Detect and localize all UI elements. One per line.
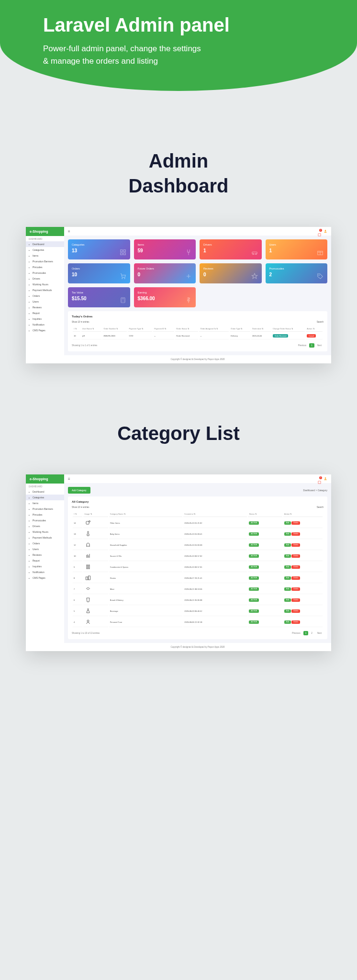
delete-button[interactable]: Delete [291,620,300,624]
nav-icon: • [29,329,31,332]
sidebar-item-working-hours[interactable]: •Working Hours [26,529,64,535]
table-header[interactable]: Order date ⇅ [251,326,271,332]
sidebar-item-notification[interactable]: •Notification [26,569,64,575]
page-1[interactable]: 1 [309,343,314,348]
sidebar-item-reviews[interactable]: •Reviews [26,304,64,310]
sidebar-item-working-hours[interactable]: •Working Hours [26,282,64,287]
stat-card-items[interactable]: Items59 [134,239,196,259]
table-header[interactable]: Status ⇅ [248,511,282,517]
delete-button[interactable]: Delete [291,587,300,591]
stat-card-drivers[interactable]: Drivers1 [200,239,262,259]
sidebar-item-promocodes[interactable]: •Promocodes [26,518,64,523]
delete-button[interactable]: Delete [291,521,300,525]
table-header[interactable]: Payment Type ⇅ [128,326,152,332]
delete-button[interactable]: Delete [291,565,300,569]
sidebar-item-report[interactable]: •Report [26,310,64,316]
page-1[interactable]: 1 [303,631,309,635]
edit-button[interactable]: Edit [284,532,291,536]
table-header[interactable]: # ⇅ [73,511,82,517]
delete-button[interactable]: Delete [291,576,300,580]
table-header[interactable]: Order Assigned To ⇅ [199,326,229,332]
table-header[interactable]: Change Order Status ⇅ [272,326,305,332]
stat-card-future-orders[interactable]: Future Orders0 [134,263,196,283]
table-header[interactable]: Order Status ⇅ [175,326,198,332]
edit-button[interactable]: Edit [284,620,291,624]
stat-card-reviews[interactable]: Reviews0 [200,263,262,283]
sidebar-item-dashboard[interactable]: •Dashboard [26,241,64,247]
user-icon[interactable] [324,477,327,481]
svg-point-11 [319,275,319,275]
sidebar-item-users[interactable]: •Users [26,546,64,552]
edit-button[interactable]: Edit [284,587,291,591]
sidebar-item-promotion-banners[interactable]: •Promotion Banners [26,259,64,264]
prev-button[interactable]: Previous [296,343,309,348]
sidebar-item-orders[interactable]: •Orders [26,541,64,546]
table-header[interactable]: Action ⇅ [306,326,323,332]
sidebar-item-promocodes[interactable]: •Promocodes [26,270,64,276]
footer: Copyright © designed & Developed by Papo… [64,643,331,651]
table-header[interactable]: User Name ⇅ [81,326,102,332]
hamburger-icon[interactable]: ≡ [68,229,70,234]
sidebar-item-categories[interactable]: •Categories [26,247,64,253]
edit-button[interactable]: Edit [284,521,291,525]
stat-card-promocodes[interactable]: Promocodes2 [266,263,328,283]
sidebar-item-inquiries[interactable]: •Inquiries [26,563,64,569]
sidebar-item-users[interactable]: •Users [26,299,64,304]
user-icon[interactable] [324,229,327,233]
status-badge[interactable]: Order Received [273,334,289,338]
delete-button[interactable]: Delete [291,532,300,536]
table-header[interactable]: Action ⇅ [283,511,323,517]
edit-button[interactable]: Edit [284,576,291,580]
sidebar-item-orders[interactable]: •Orders [26,293,64,299]
prev-button[interactable]: Previous [290,631,302,635]
sidebar-item-report[interactable]: •Report [26,558,64,563]
stat-card-tax-value[interactable]: Tax Value$15.50 [68,287,130,307]
table-header[interactable]: Created at ⇅ [183,511,247,517]
edit-button[interactable]: Edit [284,565,291,569]
sidebar-item-pincodes[interactable]: •Pincodes [26,512,64,518]
notification-icon[interactable]: 2 [318,477,321,481]
edit-button[interactable]: Edit [284,609,291,613]
edit-button[interactable]: Edit [284,598,291,602]
sidebar-item-payment-methods[interactable]: •Payment Methods [26,287,64,293]
stat-card-orders[interactable]: Orders10 [68,263,130,283]
delete-button[interactable]: Delete [291,609,300,613]
delete-button[interactable]: Delete [291,543,300,547]
sidebar-item-cms-pages[interactable]: •CMS Pages [26,575,64,581]
stat-card-users[interactable]: Users1 [266,239,328,259]
delete-button[interactable]: Delete [291,598,300,602]
notification-icon[interactable]: 2 [318,230,321,233]
sidebar-item-dashboard[interactable]: •Dashboard [26,489,64,495]
sidebar-item-reviews[interactable]: •Reviews [26,552,64,558]
stat-card-earning[interactable]: Earning$366.00 [134,287,196,307]
table-header[interactable]: Order Type ⇅ [230,326,250,332]
delete-button[interactable]: Delete [291,554,300,558]
sidebar-item-drivers[interactable]: •Drivers [26,523,64,529]
table-header[interactable]: Image ⇅ [83,511,108,517]
page-2[interactable]: 2 [309,631,314,635]
next-button[interactable]: Next [315,631,324,635]
sidebar-item-items[interactable]: •Items [26,253,64,259]
sidebar-item-pincodes[interactable]: •Pincodes [26,264,64,270]
table-header[interactable]: Category Name ⇅ [109,511,183,517]
table-header[interactable]: Payment ID ⇅ [153,326,174,332]
sidebar-item-notification[interactable]: •Notification [26,322,64,327]
sidebar-item-inquiries[interactable]: •Inquiries [26,316,64,322]
hamburger-icon[interactable]: ≡ [68,477,70,481]
sidebar-item-drivers[interactable]: •Drivers [26,276,64,282]
nav-icon: • [29,525,31,528]
sidebar-item-payment-methods[interactable]: •Payment Methods [26,535,64,541]
edit-button[interactable]: Edit [284,554,291,558]
edit-button[interactable]: Edit [284,543,291,547]
next-button[interactable]: Next [315,343,324,348]
cancel-button[interactable]: Cancel [307,334,316,338]
sidebar-item-cms-pages[interactable]: •CMS Pages [26,327,64,333]
svg-point-10 [124,278,124,279]
sidebar-item-promotion-banners[interactable]: •Promotion Banners [26,506,64,512]
sidebar-item-categories[interactable]: •Categories [26,495,64,500]
sidebar-item-items[interactable]: •Items [26,500,64,506]
table-header[interactable]: Order Number ⇅ [102,326,127,332]
stat-card-categories[interactable]: Categories13 [68,239,130,259]
add-category-button[interactable]: Add Category [68,487,90,494]
table-header[interactable]: # ⇅ [73,326,80,332]
